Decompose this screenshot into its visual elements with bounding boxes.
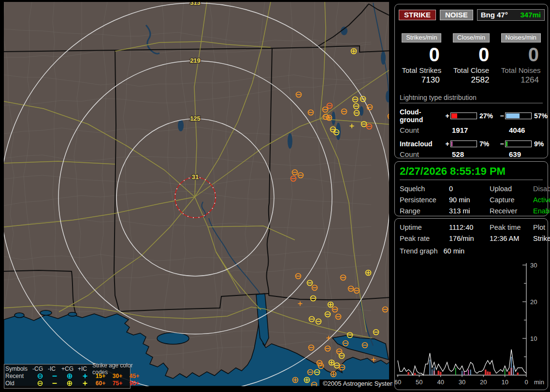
trend-graph: 1020306050403020100min bbox=[395, 263, 548, 388]
counters-panel: STRIKE NOISE Bng 47° 347mi Strikes/min 0… bbox=[394, 4, 548, 158]
lake bbox=[14, 313, 24, 318]
peak-rate-label: Peak rate bbox=[400, 235, 449, 242]
status-panel: 2/27/2026 8:55:19 PM Squelch 0 Upload Di… bbox=[394, 161, 548, 216]
minus-sign: − bbox=[499, 140, 505, 148]
strike-cg-pos-symbol bbox=[304, 378, 310, 383]
strike-cg-pos-symbol bbox=[328, 302, 333, 308]
trend-xtick-10: 10 bbox=[501, 378, 508, 386]
legend-ic-neg-header: -IC bbox=[48, 365, 61, 372]
trend-ytick-30: 30 bbox=[530, 263, 537, 269]
receiver-label: Receiver bbox=[490, 207, 533, 215]
ring-label-31: 31 bbox=[192, 173, 199, 181]
capture-status: Active bbox=[533, 196, 550, 204]
plot-label: Plot bbox=[533, 224, 550, 231]
strike-cg-pos-symbol bbox=[329, 360, 334, 365]
total-noises-value: 1264 bbox=[521, 75, 543, 85]
close-per-min-value: 0 bbox=[478, 44, 493, 65]
strike-button[interactable]: STRIKE bbox=[399, 10, 436, 20]
noises-per-min-button[interactable]: Noises/min bbox=[501, 33, 541, 42]
trend-xtick-20: 20 bbox=[480, 378, 487, 386]
age-90: 90+ bbox=[126, 380, 143, 387]
intracloud-counts: Count 528 639 bbox=[400, 150, 543, 158]
legend-cg-neg-header: -CG bbox=[32, 365, 48, 372]
cg-positive-bar bbox=[450, 112, 477, 119]
ring-label-219: 219 bbox=[190, 57, 201, 64]
strikes-meter: Strikes/min 0 Total Strikes 7130 bbox=[397, 33, 447, 85]
bearing-range: 347mi bbox=[520, 11, 541, 19]
peak-rate-value: 176/min bbox=[449, 235, 490, 242]
cloud-ground-counts: Count 1917 4046 bbox=[400, 126, 543, 134]
lake-pontchartrain bbox=[157, 333, 189, 344]
persistence-label: Persistence bbox=[400, 196, 449, 204]
lightning-distribution: Lightning type distribution Cloud-ground… bbox=[400, 94, 543, 158]
strike-cg-pos-symbol bbox=[366, 270, 371, 276]
trend-xtick-50: 50 bbox=[416, 378, 422, 386]
persistence-value: 90 min bbox=[449, 196, 490, 204]
intracloud-row: Intracloud + 7% − 9% bbox=[400, 140, 543, 148]
close-per-min-button[interactable]: Close/min bbox=[453, 33, 490, 42]
datetime-display: 2/27/2026 8:55:19 PM bbox=[395, 162, 548, 180]
legend-old-label: Old bbox=[5, 380, 32, 387]
map-legend: Symbols -CG -IC +CG +IC Strike age color… bbox=[4, 364, 130, 389]
age-15: 15+ bbox=[92, 373, 109, 379]
close-meter: Close/min 0 Total Close 2582 bbox=[447, 33, 496, 85]
strikes-per-min-value: 0 bbox=[429, 44, 443, 65]
ring-label-313: 313 bbox=[190, 0, 201, 6]
recent-cg-pos-icon bbox=[61, 373, 78, 379]
trend-xtick-30: 30 bbox=[459, 378, 465, 386]
ring-label-125: 125 bbox=[190, 115, 201, 122]
range-value: 313 mi bbox=[449, 207, 490, 215]
strikes-per-min-button[interactable]: Strikes/min bbox=[402, 33, 441, 42]
side-panel: STRIKE NOISE Bng 47° 347mi Strikes/min 0… bbox=[392, 0, 550, 392]
age-75: 75+ bbox=[109, 380, 126, 387]
copyright-text: ©2005 Astrogenic Systems bbox=[319, 379, 402, 389]
age-60: 60+ bbox=[92, 380, 109, 387]
cloud-ground-label: Cloud-ground bbox=[400, 108, 444, 124]
trend-x-unit: min bbox=[534, 378, 544, 386]
age-30: 30+ bbox=[109, 373, 126, 379]
noise-button[interactable]: NOISE bbox=[440, 10, 473, 20]
ic-positive-bar bbox=[450, 140, 477, 147]
cg-positive-pct: 27% bbox=[477, 112, 499, 120]
upload-label: Upload bbox=[490, 185, 533, 193]
squelch-label: Squelch bbox=[400, 185, 449, 193]
uptime-value: 1112:40 bbox=[449, 224, 490, 231]
uptime-label: Uptime bbox=[400, 224, 449, 231]
strike-cg-pos-symbol bbox=[327, 115, 332, 121]
old-ic-neg-icon bbox=[48, 380, 61, 387]
intracloud-label: Intracloud bbox=[400, 140, 444, 148]
age-45: 45+ bbox=[126, 373, 143, 379]
recent-cg-neg-icon bbox=[32, 373, 48, 379]
legend-symbols-header: Symbols bbox=[5, 365, 32, 372]
strike-cg-pos-symbol bbox=[331, 372, 336, 377]
recent-ic-neg-icon bbox=[48, 373, 61, 379]
squelch-value: 0 bbox=[449, 185, 490, 193]
total-close-value: 2582 bbox=[471, 75, 493, 85]
cloud-ground-row: Cloud-ground + 27% − 57% bbox=[400, 108, 543, 124]
recent-ic-pos-icon bbox=[78, 373, 92, 379]
lake bbox=[40, 310, 52, 315]
total-strikes-label: Total Strikes bbox=[402, 66, 441, 74]
cg-negative-count: 4046 bbox=[509, 126, 543, 134]
trend-panel: Uptime 1112:40 Peak time Plot Peak rate … bbox=[394, 218, 548, 390]
count-label: Count bbox=[400, 126, 452, 134]
peak-time-label: Peak time bbox=[490, 224, 533, 231]
plus-sign: + bbox=[444, 112, 450, 120]
old-cg-neg-icon bbox=[32, 380, 48, 387]
bearing-label: Bng 47° bbox=[481, 11, 508, 19]
bearing-display[interactable]: Bng 47° 347mi bbox=[477, 9, 545, 21]
ic-positive-count: 528 bbox=[452, 150, 509, 158]
lake bbox=[68, 312, 77, 316]
old-ic-pos-icon bbox=[78, 380, 92, 387]
upload-status: Disabled bbox=[533, 185, 550, 193]
trend-xtick-40: 40 bbox=[437, 378, 444, 386]
legend-recent-label: Recent bbox=[5, 373, 32, 379]
range-label: Range bbox=[400, 207, 449, 215]
ic-positive-pct: 7% bbox=[477, 140, 499, 148]
minus-sign: − bbox=[499, 112, 505, 120]
lightning-map[interactable]: 31125219313 bbox=[0, 0, 392, 392]
count-label: Count bbox=[400, 150, 452, 158]
cg-negative-pct: 57% bbox=[532, 112, 548, 120]
ic-negative-count: 639 bbox=[509, 150, 543, 158]
legend-ic-pos-header: +IC bbox=[78, 365, 92, 372]
